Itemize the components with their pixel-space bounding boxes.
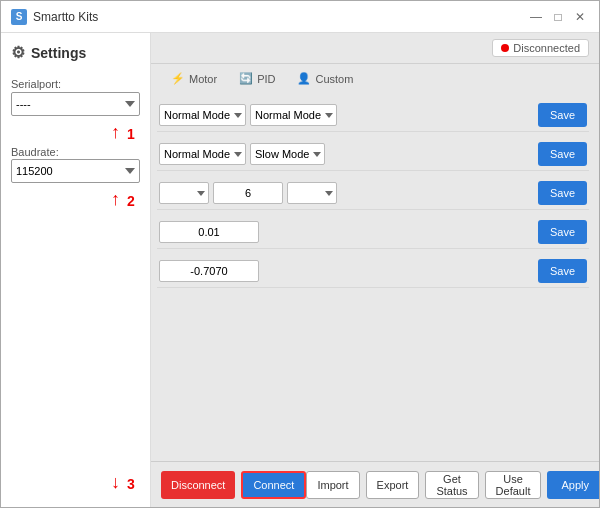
top-bar: Disconnected [151, 33, 599, 64]
window-controls: — □ ✕ [527, 8, 589, 26]
tab-custom[interactable]: 👤 Custom [287, 68, 363, 91]
connect-button[interactable]: Connect [241, 471, 306, 499]
tab-motor[interactable]: ⚡ Motor [161, 68, 227, 91]
tab-bar: ⚡ Motor 🔄 PID 👤 Custom [151, 64, 599, 91]
annotation-1-badge: 1 [122, 125, 140, 143]
param-selects-5 [159, 260, 534, 282]
status-text: Disconnected [513, 42, 580, 54]
param-row-2: Normal Mode Slow Mode Save [157, 138, 589, 171]
title-bar-left: S Smartto Kits [11, 9, 98, 25]
arrow-up-1-icon: ↑ [111, 122, 120, 143]
title-bar: S Smartto Kits — □ ✕ [1, 1, 599, 33]
save-button-5[interactable]: Save [538, 259, 587, 283]
maximize-button[interactable]: □ [549, 8, 567, 26]
baudrate-field: Baudrate: 115200 [11, 145, 140, 183]
save-button-2[interactable]: Save [538, 142, 587, 166]
annotation-3-row: ↓ 3 [11, 472, 140, 493]
param-row3-sel1[interactable] [159, 182, 209, 204]
annotation-1-row: ↑ 1 [11, 122, 140, 143]
arrow-down-3-icon: ↓ [111, 472, 120, 493]
param-row2-sel1[interactable]: Normal Mode [159, 143, 246, 165]
serialport-label: Serialport: [11, 78, 61, 90]
apply-button[interactable]: Apply [547, 471, 599, 499]
serialport-select[interactable]: ---- [11, 92, 140, 116]
serialport-field: Serialport: ---- [11, 78, 140, 116]
tab-pid-label: PID [257, 73, 275, 85]
bottom-left: Disconnect Connect [161, 471, 306, 499]
main-content: ⚙ Settings Serialport: ---- ↑ 1 Baudrate… [1, 33, 599, 507]
settings-header: ⚙ Settings [11, 43, 140, 62]
motor-icon: ⚡ [171, 72, 185, 85]
save-button-3[interactable]: Save [538, 181, 587, 205]
main-window: S Smartto Kits — □ ✕ ⚙ Settings Serialpo… [0, 0, 600, 508]
bottom-right: Import Export Get Status Use Default App… [306, 471, 599, 499]
baudrate-label: Baudrate: [11, 146, 59, 158]
disconnect-button[interactable]: Disconnect [161, 471, 235, 499]
gear-icon: ⚙ [11, 43, 25, 62]
get-status-button[interactable]: Get Status [425, 471, 478, 499]
use-default-button[interactable]: Use Default [485, 471, 542, 499]
tab-custom-label: Custom [315, 73, 353, 85]
save-button-4[interactable]: Save [538, 220, 587, 244]
app-icon: S [11, 9, 27, 25]
param-row-5: Save [157, 255, 589, 288]
pid-icon: 🔄 [239, 72, 253, 85]
param-row1-sel2[interactable]: Normal Mode [250, 104, 337, 126]
param-row-4: Save [157, 216, 589, 249]
settings-label: Settings [31, 45, 86, 61]
sidebar: ⚙ Settings Serialport: ---- ↑ 1 Baudrate… [1, 33, 151, 507]
param-row4-input[interactable] [159, 221, 259, 243]
param-row3-sel2[interactable] [287, 182, 337, 204]
save-button-1[interactable]: Save [538, 103, 587, 127]
content-area: Normal Mode Normal Mode Save Normal Mode [151, 91, 599, 461]
baudrate-select[interactable]: 115200 [11, 159, 140, 183]
minimize-button[interactable]: — [527, 8, 545, 26]
param-row3-input[interactable] [213, 182, 283, 204]
tab-pid[interactable]: 🔄 PID [229, 68, 285, 91]
export-button[interactable]: Export [366, 471, 420, 499]
arrow-up-2-icon: ↑ [111, 189, 120, 210]
bottom-bar: Disconnect Connect Import Export Get Sta… [151, 461, 599, 507]
param-row-3: Save [157, 177, 589, 210]
import-button[interactable]: Import [306, 471, 359, 499]
annotation-2-badge: 2 [122, 192, 140, 210]
right-panel: Disconnected ⚡ Motor 🔄 PID 👤 Custom [151, 33, 599, 507]
param-row2-sel2[interactable]: Slow Mode [250, 143, 325, 165]
param-selects-1: Normal Mode Normal Mode [159, 104, 534, 126]
param-row5-input[interactable] [159, 260, 259, 282]
status-badge: Disconnected [492, 39, 589, 57]
tab-motor-label: Motor [189, 73, 217, 85]
annotation-2-row: ↑ 2 [11, 189, 140, 210]
annotation-3-badge: 3 [122, 475, 140, 493]
close-button[interactable]: ✕ [571, 8, 589, 26]
param-row1-sel1[interactable]: Normal Mode [159, 104, 246, 126]
status-dot [501, 44, 509, 52]
param-selects-3 [159, 182, 534, 204]
param-selects-2: Normal Mode Slow Mode [159, 143, 534, 165]
custom-icon: 👤 [297, 72, 311, 85]
param-selects-4 [159, 221, 534, 243]
window-title: Smartto Kits [33, 10, 98, 24]
param-row-1: Normal Mode Normal Mode Save [157, 99, 589, 132]
